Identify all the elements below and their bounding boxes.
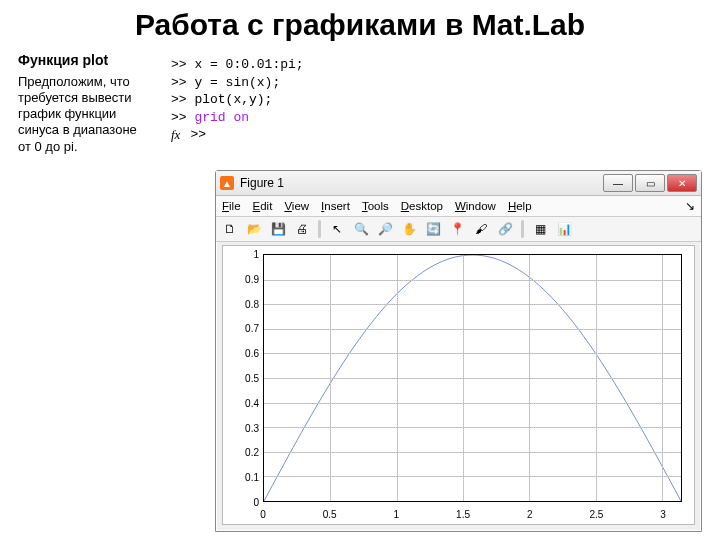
plot-area: 00.10.20.30.40.50.60.70.80.9100.511.522.…	[222, 245, 695, 525]
x-tick-label: 1.5	[456, 509, 470, 520]
menu-help[interactable]: Help	[508, 200, 532, 212]
menu-edit[interactable]: Edit	[253, 200, 273, 212]
menubar: File Edit View Insert Tools Desktop Wind…	[216, 196, 701, 217]
cmd-line: >>	[190, 126, 206, 144]
legend-icon[interactable]: 📊	[554, 219, 574, 239]
menu-tools[interactable]: Tools	[362, 200, 389, 212]
menu-file[interactable]: File	[222, 200, 241, 212]
x-tick-label: 3	[660, 509, 666, 520]
function-title: Функция plot	[18, 52, 153, 70]
y-tick-label: 0.7	[223, 323, 259, 334]
menu-desktop[interactable]: Desktop	[401, 200, 443, 212]
y-tick-label: 0	[223, 497, 259, 508]
left-column: Функция plot Предположим, что требуется …	[18, 52, 153, 155]
x-tick-label: 0.5	[323, 509, 337, 520]
titlebar[interactable]: ▲ Figure 1 — ▭ ✕	[216, 171, 701, 196]
cmd-line: >> plot(x,y);	[171, 91, 694, 109]
arrow-icon[interactable]: ↖	[327, 219, 347, 239]
cmd-line: >> x = 0:0.01:pi;	[171, 56, 694, 74]
command-window[interactable]: >> x = 0:0.01:pi; >> y = sin(x); >> plot…	[163, 52, 702, 148]
zoom-out-icon[interactable]: 🔎	[375, 219, 395, 239]
minimize-button[interactable]: —	[603, 174, 633, 192]
menu-window[interactable]: Window	[455, 200, 496, 212]
close-button[interactable]: ✕	[667, 174, 697, 192]
cmd-line: >> y = sin(x);	[171, 74, 694, 92]
app-icon: ▲	[220, 176, 234, 190]
colorbar-icon[interactable]: ▦	[530, 219, 550, 239]
x-tick-label: 0	[260, 509, 266, 520]
menu-view[interactable]: View	[284, 200, 309, 212]
fx-label: fx	[171, 126, 184, 144]
y-tick-label: 0.1	[223, 472, 259, 483]
dock-icon[interactable]: ↘	[685, 199, 695, 213]
save-icon[interactable]: 💾	[268, 219, 288, 239]
y-tick-label: 0.5	[223, 373, 259, 384]
datatip-icon[interactable]: 📍	[447, 219, 467, 239]
page-title: Работа с графиками в Mat.Lab	[0, 8, 720, 42]
x-tick-label: 2	[527, 509, 533, 520]
y-tick-label: 1	[223, 249, 259, 260]
brush-icon[interactable]: 🖌	[471, 219, 491, 239]
x-tick-label: 2.5	[589, 509, 603, 520]
y-tick-label: 0.4	[223, 397, 259, 408]
window-title: Figure 1	[240, 176, 284, 190]
zoom-in-icon[interactable]: 🔍	[351, 219, 371, 239]
rotate-icon[interactable]: 🔄	[423, 219, 443, 239]
pan-icon[interactable]: ✋	[399, 219, 419, 239]
x-tick-label: 1	[394, 509, 400, 520]
y-tick-label: 0.3	[223, 422, 259, 433]
toolbar: 🗋 📂 💾 🖨 ↖ 🔍 🔎 ✋ 🔄 📍 🖌 🔗 ▦ 📊	[216, 217, 701, 242]
function-description: Предположим, что требуется вывести графи…	[18, 74, 153, 155]
y-tick-label: 0.8	[223, 298, 259, 309]
y-tick-label: 0.2	[223, 447, 259, 458]
open-icon[interactable]: 📂	[244, 219, 264, 239]
y-tick-label: 0.6	[223, 348, 259, 359]
y-tick-label: 0.9	[223, 273, 259, 284]
axes	[263, 254, 682, 502]
cmd-line: >> grid on	[171, 109, 694, 127]
maximize-button[interactable]: ▭	[635, 174, 665, 192]
link-icon[interactable]: 🔗	[495, 219, 515, 239]
menu-insert[interactable]: Insert	[321, 200, 350, 212]
print-icon[interactable]: 🖨	[292, 219, 312, 239]
new-icon[interactable]: 🗋	[220, 219, 240, 239]
figure-window: ▲ Figure 1 — ▭ ✕ File Edit View Insert T…	[215, 170, 702, 532]
